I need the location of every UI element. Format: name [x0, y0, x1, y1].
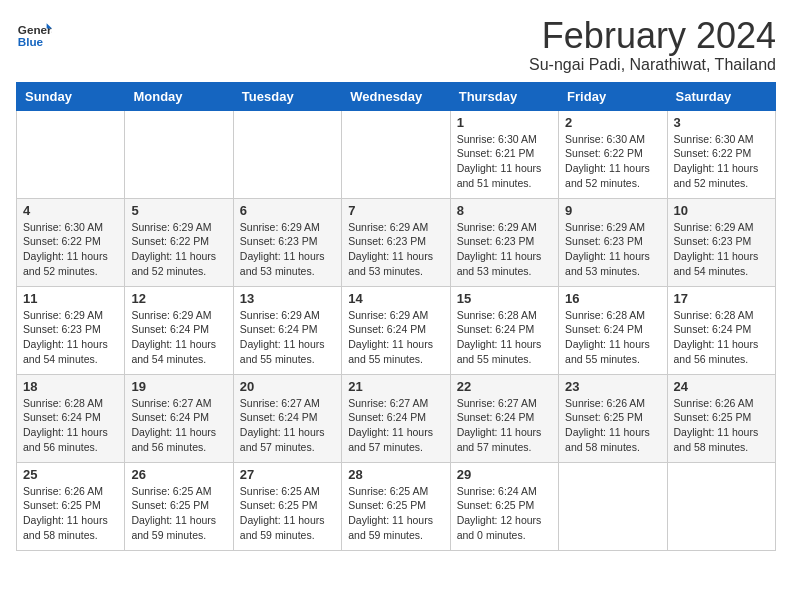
day-info: Sunrise: 6:29 AM Sunset: 6:24 PM Dayligh…: [131, 308, 226, 367]
header-sunday: Sunday: [17, 82, 125, 110]
calendar-cell: 24Sunrise: 6:26 AM Sunset: 6:25 PM Dayli…: [667, 374, 775, 462]
calendar-cell: 6Sunrise: 6:29 AM Sunset: 6:23 PM Daylig…: [233, 198, 341, 286]
day-number: 23: [565, 379, 660, 394]
day-info: Sunrise: 6:24 AM Sunset: 6:25 PM Dayligh…: [457, 484, 552, 543]
calendar-cell: [559, 462, 667, 550]
calendar-cell: 10Sunrise: 6:29 AM Sunset: 6:23 PM Dayli…: [667, 198, 775, 286]
page-header: General Blue February 2024 Su-ngai Padi,…: [16, 16, 776, 74]
calendar-header: Sunday Monday Tuesday Wednesday Thursday…: [17, 82, 776, 110]
day-info: Sunrise: 6:26 AM Sunset: 6:25 PM Dayligh…: [565, 396, 660, 455]
header-thursday: Thursday: [450, 82, 558, 110]
calendar-cell: 22Sunrise: 6:27 AM Sunset: 6:24 PM Dayli…: [450, 374, 558, 462]
calendar-cell: 27Sunrise: 6:25 AM Sunset: 6:25 PM Dayli…: [233, 462, 341, 550]
day-number: 3: [674, 115, 769, 130]
day-info: Sunrise: 6:30 AM Sunset: 6:22 PM Dayligh…: [565, 132, 660, 191]
calendar-cell: [17, 110, 125, 198]
day-info: Sunrise: 6:28 AM Sunset: 6:24 PM Dayligh…: [23, 396, 118, 455]
calendar-cell: 5Sunrise: 6:29 AM Sunset: 6:22 PM Daylig…: [125, 198, 233, 286]
calendar-cell: 11Sunrise: 6:29 AM Sunset: 6:23 PM Dayli…: [17, 286, 125, 374]
calendar-cell: 21Sunrise: 6:27 AM Sunset: 6:24 PM Dayli…: [342, 374, 450, 462]
day-number: 28: [348, 467, 443, 482]
day-info: Sunrise: 6:30 AM Sunset: 6:22 PM Dayligh…: [674, 132, 769, 191]
header-saturday: Saturday: [667, 82, 775, 110]
day-number: 26: [131, 467, 226, 482]
day-number: 16: [565, 291, 660, 306]
calendar-cell: 4Sunrise: 6:30 AM Sunset: 6:22 PM Daylig…: [17, 198, 125, 286]
day-number: 4: [23, 203, 118, 218]
day-number: 1: [457, 115, 552, 130]
calendar-cell: [125, 110, 233, 198]
calendar-cell: [233, 110, 341, 198]
day-info: Sunrise: 6:28 AM Sunset: 6:24 PM Dayligh…: [457, 308, 552, 367]
calendar-cell: 14Sunrise: 6:29 AM Sunset: 6:24 PM Dayli…: [342, 286, 450, 374]
calendar-cell: 12Sunrise: 6:29 AM Sunset: 6:24 PM Dayli…: [125, 286, 233, 374]
day-number: 20: [240, 379, 335, 394]
day-number: 29: [457, 467, 552, 482]
header-row: Sunday Monday Tuesday Wednesday Thursday…: [17, 82, 776, 110]
calendar-cell: 25Sunrise: 6:26 AM Sunset: 6:25 PM Dayli…: [17, 462, 125, 550]
calendar-cell: 20Sunrise: 6:27 AM Sunset: 6:24 PM Dayli…: [233, 374, 341, 462]
day-info: Sunrise: 6:25 AM Sunset: 6:25 PM Dayligh…: [348, 484, 443, 543]
day-number: 9: [565, 203, 660, 218]
day-info: Sunrise: 6:27 AM Sunset: 6:24 PM Dayligh…: [240, 396, 335, 455]
title-section: February 2024 Su-ngai Padi, Narathiwat, …: [529, 16, 776, 74]
day-number: 7: [348, 203, 443, 218]
day-info: Sunrise: 6:29 AM Sunset: 6:23 PM Dayligh…: [240, 220, 335, 279]
calendar-subtitle: Su-ngai Padi, Narathiwat, Thailand: [529, 56, 776, 74]
calendar-cell: 19Sunrise: 6:27 AM Sunset: 6:24 PM Dayli…: [125, 374, 233, 462]
day-info: Sunrise: 6:29 AM Sunset: 6:24 PM Dayligh…: [348, 308, 443, 367]
calendar-cell: 13Sunrise: 6:29 AM Sunset: 6:24 PM Dayli…: [233, 286, 341, 374]
day-info: Sunrise: 6:30 AM Sunset: 6:21 PM Dayligh…: [457, 132, 552, 191]
header-monday: Monday: [125, 82, 233, 110]
day-number: 21: [348, 379, 443, 394]
day-number: 24: [674, 379, 769, 394]
day-info: Sunrise: 6:26 AM Sunset: 6:25 PM Dayligh…: [674, 396, 769, 455]
calendar-cell: 18Sunrise: 6:28 AM Sunset: 6:24 PM Dayli…: [17, 374, 125, 462]
day-number: 19: [131, 379, 226, 394]
calendar-cell: [342, 110, 450, 198]
header-friday: Friday: [559, 82, 667, 110]
calendar-cell: 28Sunrise: 6:25 AM Sunset: 6:25 PM Dayli…: [342, 462, 450, 550]
day-number: 5: [131, 203, 226, 218]
day-info: Sunrise: 6:29 AM Sunset: 6:23 PM Dayligh…: [674, 220, 769, 279]
calendar-title: February 2024: [529, 16, 776, 56]
day-info: Sunrise: 6:30 AM Sunset: 6:22 PM Dayligh…: [23, 220, 118, 279]
day-number: 11: [23, 291, 118, 306]
calendar-cell: 17Sunrise: 6:28 AM Sunset: 6:24 PM Dayli…: [667, 286, 775, 374]
day-number: 14: [348, 291, 443, 306]
day-info: Sunrise: 6:29 AM Sunset: 6:23 PM Dayligh…: [348, 220, 443, 279]
calendar-body: 1Sunrise: 6:30 AM Sunset: 6:21 PM Daylig…: [17, 110, 776, 550]
day-number: 6: [240, 203, 335, 218]
day-number: 10: [674, 203, 769, 218]
day-number: 22: [457, 379, 552, 394]
day-number: 8: [457, 203, 552, 218]
day-number: 25: [23, 467, 118, 482]
logo-icon: General Blue: [16, 16, 52, 52]
day-info: Sunrise: 6:28 AM Sunset: 6:24 PM Dayligh…: [674, 308, 769, 367]
calendar-cell: 16Sunrise: 6:28 AM Sunset: 6:24 PM Dayli…: [559, 286, 667, 374]
day-info: Sunrise: 6:25 AM Sunset: 6:25 PM Dayligh…: [131, 484, 226, 543]
day-info: Sunrise: 6:27 AM Sunset: 6:24 PM Dayligh…: [131, 396, 226, 455]
day-number: 18: [23, 379, 118, 394]
day-info: Sunrise: 6:28 AM Sunset: 6:24 PM Dayligh…: [565, 308, 660, 367]
day-info: Sunrise: 6:26 AM Sunset: 6:25 PM Dayligh…: [23, 484, 118, 543]
day-number: 27: [240, 467, 335, 482]
day-info: Sunrise: 6:29 AM Sunset: 6:23 PM Dayligh…: [23, 308, 118, 367]
calendar-cell: 26Sunrise: 6:25 AM Sunset: 6:25 PM Dayli…: [125, 462, 233, 550]
calendar-cell: 3Sunrise: 6:30 AM Sunset: 6:22 PM Daylig…: [667, 110, 775, 198]
calendar-cell: 7Sunrise: 6:29 AM Sunset: 6:23 PM Daylig…: [342, 198, 450, 286]
calendar-table: Sunday Monday Tuesday Wednesday Thursday…: [16, 82, 776, 551]
calendar-cell: 8Sunrise: 6:29 AM Sunset: 6:23 PM Daylig…: [450, 198, 558, 286]
day-info: Sunrise: 6:25 AM Sunset: 6:25 PM Dayligh…: [240, 484, 335, 543]
day-info: Sunrise: 6:29 AM Sunset: 6:24 PM Dayligh…: [240, 308, 335, 367]
day-number: 12: [131, 291, 226, 306]
day-info: Sunrise: 6:27 AM Sunset: 6:24 PM Dayligh…: [348, 396, 443, 455]
calendar-cell: [667, 462, 775, 550]
day-info: Sunrise: 6:29 AM Sunset: 6:22 PM Dayligh…: [131, 220, 226, 279]
day-info: Sunrise: 6:29 AM Sunset: 6:23 PM Dayligh…: [457, 220, 552, 279]
calendar-cell: 23Sunrise: 6:26 AM Sunset: 6:25 PM Dayli…: [559, 374, 667, 462]
day-info: Sunrise: 6:27 AM Sunset: 6:24 PM Dayligh…: [457, 396, 552, 455]
logo: General Blue: [16, 16, 52, 52]
calendar-cell: 9Sunrise: 6:29 AM Sunset: 6:23 PM Daylig…: [559, 198, 667, 286]
header-tuesday: Tuesday: [233, 82, 341, 110]
